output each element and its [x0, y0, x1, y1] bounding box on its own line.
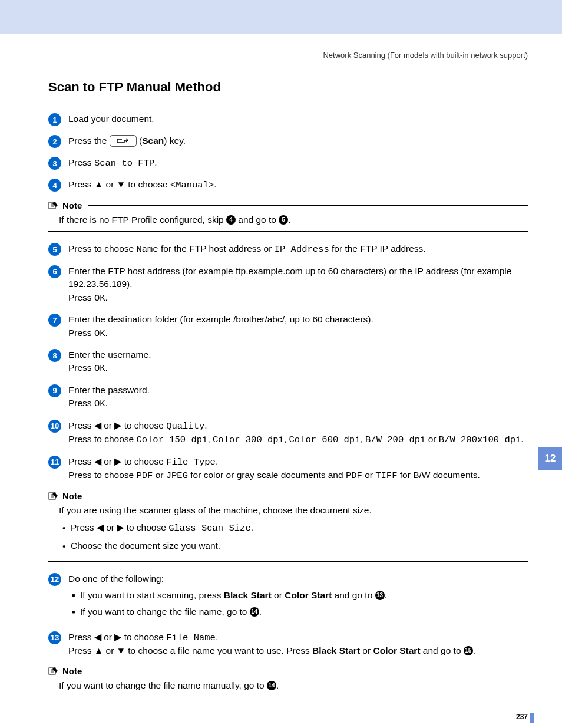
note-sub-item: Choose the document size you want. — [62, 539, 528, 552]
step-1: 1 Load your document. — [48, 113, 528, 126]
step-number-icon: 9 — [48, 384, 61, 397]
note-label: Note — [62, 491, 82, 501]
note-label: Note — [62, 666, 82, 676]
note-text: If you want to change the file name manu… — [48, 676, 528, 697]
step-text: Enter the password. Press OK. — [68, 384, 528, 411]
step-12: 12 Do one of the following: If you want … — [48, 572, 528, 622]
note-text: If there is no FTP Profile configured, s… — [48, 210, 528, 231]
option-item: If you want to start scanning, press Bla… — [72, 589, 528, 602]
step-5: 5 Press to choose Name for the FTP host … — [48, 242, 528, 256]
note-label: Note — [62, 200, 82, 210]
step-6: 6 Enter the FTP host address (for exampl… — [48, 265, 528, 305]
note-block: Note If you are using the scanner glass … — [48, 491, 528, 562]
step-4: 4 Press ▲ or ▼ to choose <Manual>. — [48, 178, 528, 192]
ref-icon: 4 — [226, 215, 236, 225]
step-number-icon: 3 — [48, 157, 61, 170]
scan-key-icon — [110, 135, 137, 147]
step-number-icon: 6 — [48, 265, 61, 278]
step-number-icon: 8 — [48, 349, 61, 362]
ref-icon: 13 — [375, 591, 385, 600]
step-number-icon: 1 — [48, 113, 61, 126]
note-pencil-icon — [48, 200, 59, 210]
step-text: Press the (Scan) key. — [68, 134, 528, 147]
step-number-icon: 5 — [48, 243, 61, 256]
step-3: 3 Press Scan to FTP. — [48, 156, 528, 170]
step-number-icon: 2 — [48, 135, 61, 148]
step-7: 7 Enter the destination folder (for exam… — [48, 313, 528, 340]
ref-icon: 15 — [464, 646, 473, 655]
step-text: Press to choose Name for the FTP host ad… — [68, 242, 528, 256]
step-9: 9 Enter the password. Press OK. — [48, 384, 528, 411]
page-number-accent — [530, 713, 534, 723]
step-text: Do one of the following: If you want to … — [68, 572, 528, 622]
step-text: Press ◀ or ▶ to choose File Type. Press … — [68, 455, 528, 483]
ref-icon: 5 — [279, 215, 288, 225]
step-text: Load your document. — [68, 113, 528, 126]
step-text: Enter the FTP host address (for example … — [68, 265, 528, 305]
step-8: 8 Enter the username. Press OK. — [48, 348, 528, 375]
note-pencil-icon — [48, 666, 59, 676]
step-number-icon: 10 — [48, 420, 61, 433]
section-title: Scan to FTP Manual Method — [48, 80, 528, 95]
ref-icon: 14 — [267, 681, 276, 690]
step-number-icon: 11 — [48, 456, 61, 469]
running-header: Network Scanning (For models with built-… — [48, 51, 528, 60]
page-number: 237 — [516, 713, 528, 721]
note-pencil-icon — [48, 491, 59, 500]
note-block: Note If there is no FTP Profile configur… — [48, 200, 528, 232]
step-10: 10 Press ◀ or ▶ to choose Quality. Press… — [48, 419, 528, 447]
step-number-icon: 4 — [48, 179, 61, 192]
step-2: 2 Press the (Scan) key. — [48, 134, 528, 148]
top-banner — [0, 0, 562, 34]
ref-icon: 14 — [250, 607, 259, 617]
option-item: If you want to change the file name, go … — [72, 605, 528, 618]
note-sub-item: Press ◀ or ▶ to choose Glass Scan Size. — [62, 521, 528, 535]
step-number-icon: 13 — [48, 631, 61, 644]
step-text: Press ◀ or ▶ to choose Quality. Press to… — [68, 419, 528, 447]
step-text: Press ◀ or ▶ to choose File Name. Press … — [68, 631, 528, 658]
step-text: Press Scan to FTP. — [68, 156, 528, 170]
note-text: If you are using the scanner glass of th… — [48, 501, 528, 561]
step-13: 13 Press ◀ or ▶ to choose File Name. Pre… — [48, 631, 528, 658]
step-text: Press ▲ or ▼ to choose <Manual>. — [68, 178, 528, 192]
note-block: Note If you want to change the file name… — [48, 666, 528, 697]
chapter-tab: 12 — [538, 447, 562, 470]
step-text: Enter the username. Press OK. — [68, 348, 528, 375]
step-11: 11 Press ◀ or ▶ to choose File Type. Pre… — [48, 455, 528, 483]
step-text: Enter the destination folder (for exampl… — [68, 313, 528, 340]
step-number-icon: 7 — [48, 314, 61, 327]
step-number-icon: 12 — [48, 573, 61, 586]
